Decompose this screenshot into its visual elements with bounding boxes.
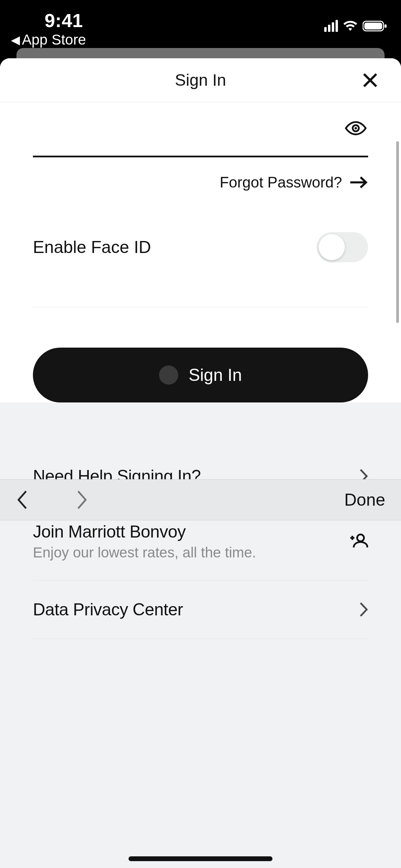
svg-rect-1 [364,23,382,29]
svg-point-8 [357,534,364,541]
data-privacy-row[interactable]: Data Privacy Center [0,580,401,639]
list-item-label: Data Privacy Center [33,600,183,619]
svg-point-6 [355,127,357,130]
forgot-password-link[interactable]: Forgot Password? [33,157,368,194]
scroll-indicator[interactable] [396,141,399,323]
next-field-button[interactable] [76,489,88,510]
password-row [33,102,368,157]
home-indicator[interactable] [129,856,272,861]
close-icon [362,72,378,88]
eye-icon [345,121,367,136]
status-icons [324,20,387,32]
chevron-right-icon [76,489,88,510]
face-id-label: Enable Face ID [33,237,151,257]
loading-indicator-icon [159,365,178,385]
battery-icon [363,20,387,32]
list-rows: Need Help Signing In? Join Marriott Bonv… [0,447,401,639]
back-app-label: App Store [22,32,86,48]
list-item-sub: Enjoy our lowest rates, all the time. [33,544,256,561]
list-item-label: Join Marriott Bonvoy [33,522,256,542]
face-id-row: Enable Face ID [33,194,368,266]
page-title: Sign In [175,71,226,89]
cellular-icon [324,20,338,32]
person-add-icon [349,533,368,550]
close-button[interactable] [361,71,380,90]
list-separator [33,639,368,639]
sheet-header: Sign In [0,58,401,102]
status-time: 9:41 [45,10,83,32]
chevron-left-icon [16,489,28,510]
face-id-toggle[interactable] [317,232,368,262]
sign-in-button-label: Sign In [189,365,242,385]
back-to-app-button[interactable]: ◀ App Store [11,32,86,48]
forgot-password-label: Forgot Password? [220,174,342,191]
sign-in-sheet: Sign In Forgot Password? [0,58,401,868]
password-field[interactable] [33,123,368,157]
chevron-right-icon [359,602,368,617]
arrow-right-icon [349,176,368,189]
status-bar: 9:41 [0,0,401,34]
svg-rect-2 [385,24,387,28]
wifi-icon [343,20,358,32]
toggle-password-visibility-button[interactable] [343,116,368,141]
prev-field-button[interactable] [16,489,28,510]
keyboard-done-button[interactable]: Done [344,490,385,510]
keyboard-accessory-bar: Done [0,479,401,520]
toggle-knob [319,234,345,260]
divider [33,307,368,307]
form-area: Forgot Password? Enable Face ID Sign In [0,102,401,402]
caret-left-icon: ◀ [11,33,20,47]
sign-in-button[interactable]: Sign In [33,348,368,402]
